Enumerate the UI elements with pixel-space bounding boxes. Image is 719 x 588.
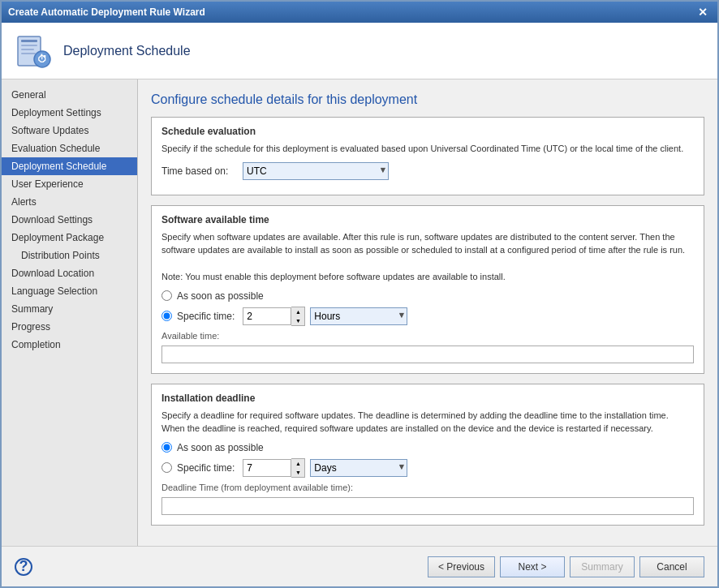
- sidebar-item-deployment-package[interactable]: Deployment Package: [2, 229, 137, 247]
- software-asap-label: As soon as possible: [177, 290, 264, 302]
- installation-deadline-desc: Specify a deadline for required software…: [161, 409, 694, 436]
- software-time-number-input[interactable]: [243, 307, 291, 325]
- sidebar-item-summary[interactable]: Summary: [2, 300, 137, 318]
- deadline-time-down-button[interactable]: ▼: [291, 468, 304, 477]
- deadline-time-unit-select[interactable]: Hours Days Weeks Months: [310, 459, 407, 477]
- deadline-asap-label: As soon as possible: [177, 442, 264, 453]
- deadline-specific-label: Specific time:: [177, 462, 235, 474]
- software-asap-row: As soon as possible: [161, 290, 694, 302]
- page-title: Configure schedule details for this depl…: [151, 92, 704, 107]
- installation-deadline-legend: Installation deadline: [161, 393, 694, 404]
- wizard-footer: ? < Previous Next > Summary Cancel: [2, 546, 717, 586]
- software-available-legend: Software available time: [161, 214, 694, 225]
- time-based-on-wrapper: UTC Client local time ▾: [243, 162, 389, 180]
- deadline-time-label: Deadline Time (from deployment available…: [161, 483, 694, 492]
- sidebar-item-deployment-settings[interactable]: Deployment Settings: [2, 104, 137, 122]
- schedule-evaluation-desc: Specify if the schedule for this deploym…: [161, 142, 694, 156]
- sidebar-item-language-selection[interactable]: Language Selection: [2, 282, 137, 300]
- sidebar-item-deployment-schedule[interactable]: Deployment Schedule: [2, 157, 137, 175]
- sidebar-item-alerts[interactable]: Alerts: [2, 193, 137, 211]
- time-based-on-select[interactable]: UTC Client local time: [243, 162, 389, 180]
- deadline-time-number-input[interactable]: [243, 459, 291, 477]
- sidebar-item-evaluation-schedule[interactable]: Evaluation Schedule: [2, 139, 137, 157]
- deadline-asap-row: As soon as possible: [161, 442, 694, 453]
- svg-rect-1: [21, 40, 37, 42]
- sidebar-item-distribution-points[interactable]: Distribution Points: [2, 247, 137, 264]
- software-time-spinner: ▲ ▼: [291, 307, 305, 326]
- cancel-button[interactable]: Cancel: [639, 556, 704, 577]
- help-button[interactable]: ?: [15, 558, 32, 576]
- deadline-time-section: Deadline Time (from deployment available…: [161, 483, 694, 515]
- wizard-header: ⏱ Deployment Schedule: [2, 23, 717, 79]
- software-time-down-button[interactable]: ▼: [291, 316, 304, 325]
- deadline-asap-radio[interactable]: [161, 442, 172, 453]
- content-area: Configure schedule details for this depl…: [138, 79, 717, 546]
- available-time-input[interactable]: [161, 346, 694, 363]
- sidebar-item-download-settings[interactable]: Download Settings: [2, 211, 137, 229]
- svg-text:⏱: ⏱: [37, 54, 47, 65]
- software-available-group: Software available time Specify when sof…: [151, 205, 704, 374]
- software-specific-radio[interactable]: [161, 311, 172, 321]
- next-button[interactable]: Next >: [500, 556, 565, 577]
- deadline-time-input-wrapper: ▲ ▼: [243, 458, 305, 478]
- wizard-window: Create Automatic Deployment Rule Wizard …: [0, 0, 719, 588]
- sidebar-item-download-location[interactable]: Download Location: [2, 264, 137, 282]
- time-based-on-label: Time based on:: [161, 165, 243, 177]
- close-button[interactable]: ✕: [695, 6, 711, 19]
- schedule-evaluation-group: Schedule evaluation Specify if the sched…: [151, 117, 704, 195]
- deadline-time-input[interactable]: [161, 497, 694, 515]
- deadline-time-up-button[interactable]: ▲: [291, 459, 304, 468]
- sidebar-item-user-experience[interactable]: User Experience: [2, 175, 137, 193]
- available-time-section: Available time:: [161, 331, 694, 363]
- footer-buttons: < Previous Next > Summary Cancel: [428, 556, 704, 577]
- titlebar: Create Automatic Deployment Rule Wizard …: [2, 2, 717, 23]
- sidebar-item-general[interactable]: General: [2, 86, 137, 104]
- deadline-specific-row: Specific time: ▲ ▼ Hours Days Weeks: [161, 458, 694, 478]
- wizard-header-icon: ⏱: [15, 32, 54, 71]
- software-time-up-button[interactable]: ▲: [291, 307, 304, 316]
- time-based-on-row: Time based on: UTC Client local time ▾: [161, 162, 694, 180]
- deadline-time-spinner: ▲ ▼: [291, 458, 305, 478]
- software-time-unit-select[interactable]: Hours Days Weeks Months: [310, 307, 407, 325]
- sidebar-item-completion[interactable]: Completion: [2, 336, 137, 354]
- previous-button[interactable]: < Previous: [428, 556, 495, 577]
- wizard-body: General Deployment Settings Software Upd…: [2, 79, 717, 546]
- deadline-time-unit-wrapper: Hours Days Weeks Months ▾: [310, 459, 407, 477]
- sidebar-item-progress[interactable]: Progress: [2, 318, 137, 336]
- software-available-desc: Specify when software updates are availa…: [161, 230, 694, 284]
- installation-deadline-group: Installation deadline Specify a deadline…: [151, 384, 704, 526]
- summary-button[interactable]: Summary: [570, 556, 635, 577]
- svg-rect-3: [21, 49, 34, 50]
- sidebar-item-software-updates[interactable]: Software Updates: [2, 122, 137, 139]
- svg-rect-4: [21, 53, 36, 54]
- wizard-header-title: Deployment Schedule: [63, 44, 191, 58]
- software-time-unit-wrapper: Hours Days Weeks Months ▾: [310, 307, 407, 325]
- software-time-input-wrapper: ▲ ▼: [243, 307, 305, 326]
- sidebar: General Deployment Settings Software Upd…: [2, 79, 138, 546]
- svg-rect-2: [21, 45, 37, 46]
- available-time-label: Available time:: [161, 331, 694, 341]
- schedule-evaluation-legend: Schedule evaluation: [161, 126, 694, 137]
- software-specific-row: Specific time: ▲ ▼ Hours Days Weeks: [161, 307, 694, 326]
- software-asap-radio[interactable]: [161, 290, 172, 301]
- software-specific-label: Specific time:: [177, 311, 235, 322]
- deadline-specific-radio[interactable]: [161, 462, 172, 473]
- titlebar-title: Create Automatic Deployment Rule Wizard: [8, 6, 205, 18]
